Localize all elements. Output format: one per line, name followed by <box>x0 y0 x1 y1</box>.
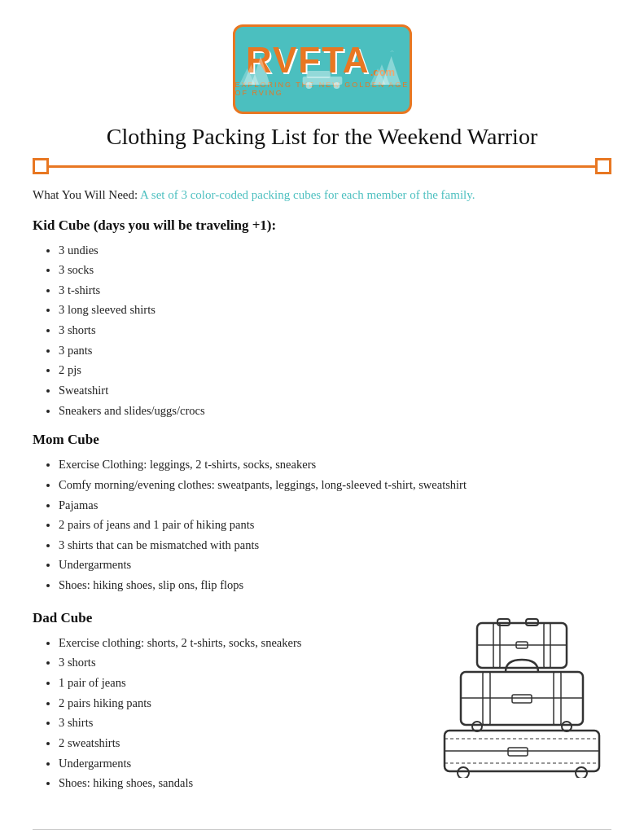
kid-cube-list: 3 undies 3 socks 3 t-shirts 3 long sleev… <box>33 240 611 421</box>
luggage-svg <box>432 615 611 778</box>
page-title: Clothing Packing List for the Weekend Wa… <box>33 124 611 150</box>
dad-cube-text: Dad Cube Exercise clothing: shorts, 2 t-… <box>33 607 424 805</box>
divider <box>33 158 611 174</box>
svg-point-29 <box>458 767 469 778</box>
mom-cube-section: Mom Cube Exercise Clothing: leggings, 2 … <box>33 432 611 595</box>
svg-marker-1 <box>251 56 269 85</box>
list-item: 3 socks <box>59 260 611 280</box>
svg-marker-4 <box>381 56 400 85</box>
list-item: 2 pairs hiking pants <box>59 693 424 713</box>
list-item: Pajamas <box>59 495 611 516</box>
dad-cube-section: Dad Cube Exercise clothing: shorts, 2 t-… <box>33 607 611 805</box>
svg-rect-21 <box>512 695 532 703</box>
list-item: Exercise Clothing: leggings, 2 t-shirts,… <box>59 454 611 475</box>
list-item: 3 shorts <box>59 320 611 340</box>
luggage-illustration <box>432 615 611 781</box>
svg-point-30 <box>576 767 587 778</box>
svg-point-9 <box>333 82 340 89</box>
list-item: Exercise clothing: shorts, 2 t-shirts, s… <box>59 633 424 653</box>
footer: FOR MORE RV TRAVEL INFO, VISIT RVFTA.COM <box>33 829 611 834</box>
logo-trees-bg <box>235 48 410 89</box>
divider-box-left <box>33 158 49 174</box>
list-item: 3 t-shirts <box>59 280 611 301</box>
svg-point-8 <box>305 82 312 89</box>
list-item: 2 sweatshirts <box>59 733 424 753</box>
dad-cube-list: Exercise clothing: shorts, 2 t-shirts, s… <box>33 633 424 793</box>
list-item: Undergarments <box>59 555 611 575</box>
list-item: 3 undies <box>59 240 611 261</box>
list-item: 3 shorts <box>59 652 424 673</box>
list-item: 2 pjs <box>59 360 611 380</box>
divider-line <box>49 165 595 168</box>
list-item: Undergarments <box>59 753 424 774</box>
intro-prefix: What You Will Need: <box>33 188 140 201</box>
list-item: 3 shirts that can be mismatched with pan… <box>59 535 611 555</box>
mom-cube-title: Mom Cube <box>33 432 611 448</box>
kid-cube-section: Kid Cube (days you will be traveling +1)… <box>33 217 611 421</box>
logo-badge: RVFTA .com EXPLORING THE NEW GOLDEN AGE … <box>233 24 412 114</box>
dad-cube-title: Dad Cube <box>33 610 424 626</box>
list-item: Sweatshirt <box>59 380 611 401</box>
kid-cube-title: Kid Cube (days you will be traveling +1)… <box>33 217 611 234</box>
logo-area: RVFTA .com EXPLORING THE NEW GOLDEN AGE … <box>33 16 611 114</box>
svg-rect-7 <box>306 71 330 78</box>
list-item: Sneakers and slides/uggs/crocs <box>59 401 611 421</box>
list-item: 2 pairs of jeans and 1 pair of hiking pa… <box>59 515 611 535</box>
intro-highlight: A set of 3 color-coded packing cubes for… <box>140 188 475 201</box>
list-item: 1 pair of jeans <box>59 673 424 693</box>
svg-rect-28 <box>508 748 528 756</box>
list-item: Shoes: hiking shoes, sandals <box>59 773 424 793</box>
list-item: Comfy morning/evening clothes: sweatpant… <box>59 475 611 495</box>
divider-box-right <box>595 158 611 174</box>
list-item: Shoes: hiking shoes, slip ons, flip flop… <box>59 575 611 595</box>
list-item: 3 pants <box>59 340 611 361</box>
intro-paragraph: What You Will Need: A set of 3 color-cod… <box>33 186 611 204</box>
list-item: 3 long sleeved shirts <box>59 300 611 320</box>
list-item: 3 shirts <box>59 713 424 733</box>
mom-cube-list: Exercise Clothing: leggings, 2 t-shirts,… <box>33 454 611 595</box>
